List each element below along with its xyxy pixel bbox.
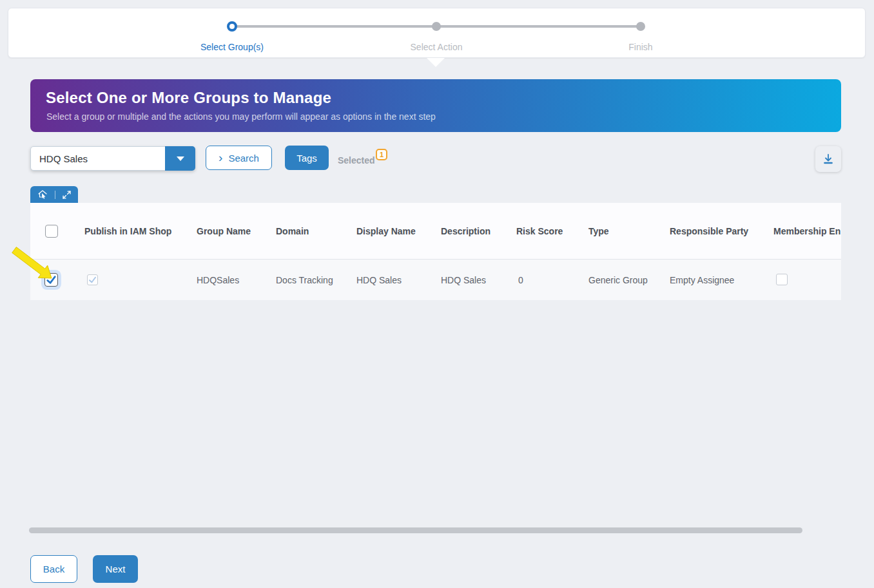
tags-button[interactable]: Tags [285,146,329,170]
column-header-domain: Domain [276,226,309,236]
cell-display-name: HDQ Sales [356,275,402,285]
step-dot-finish[interactable] [636,22,645,31]
step-label-select-action[interactable]: Select Action [340,42,533,52]
table-header-row: Publish in IAM Shop Group Name Domain Di… [30,203,841,260]
cell-group-name: HDQSales [197,275,239,285]
stepper-pointer-notch [427,58,445,67]
row-select-checkbox[interactable] [44,273,58,287]
select-pointer-icon [37,189,48,200]
page: Select Group(s) Select Action Finish Sel… [0,0,874,588]
publish-in-iam-shop-checkbox-disabled [87,274,98,285]
cell-domain: Docs Tracking [276,275,333,285]
column-header-group-name: Group Name [197,226,251,236]
page-title: Select One or More Groups to Manage [46,89,331,107]
group-filter-dropdown[interactable]: HDQ Sales [30,146,195,171]
toolbar-divider [55,191,55,199]
back-button-label: Back [43,564,64,574]
column-header-responsible-party: Responsible Party [670,226,748,236]
chevron-right-icon: › [218,151,222,164]
horizontal-scrollbar[interactable] [29,527,802,533]
column-header-description: Description [441,226,490,236]
column-header-risk-score: Risk Score [516,226,563,236]
cell-type: Generic Group [588,275,648,285]
column-header-membership-enabled: Membership En [773,226,840,236]
select-all-checkbox[interactable] [45,225,58,238]
groups-table: Publish in IAM Shop Group Name Domain Di… [30,203,841,301]
back-button[interactable]: Back [30,555,77,583]
wizard-stepper: Select Group(s) Select Action Finish [8,8,866,58]
cell-risk-score: 0 [518,275,523,285]
next-button-label: Next [106,564,126,574]
membership-enabled-checkbox[interactable] [776,274,788,285]
step-label-select-groups[interactable]: Select Group(s) [135,42,329,52]
column-header-type: Type [588,226,609,236]
expand-grid-button[interactable] [63,191,71,199]
selected-count-badge: 1 [376,149,387,160]
dropdown-toggle-button[interactable] [165,146,195,171]
cell-responsible-party: Empty Assignee [670,275,734,285]
page-header-banner: Select One or More Groups to Manage Sele… [30,79,841,132]
select-rows-button[interactable] [37,189,48,200]
search-button-label: Search [228,153,259,164]
cell-description: HDQ Sales [441,275,486,285]
selected-label: Selected [338,155,375,166]
column-header-publish-in-iam-shop: Publish in IAM Shop [84,226,171,236]
chevron-down-icon [177,156,184,161]
step-label-finish[interactable]: Finish [544,42,737,52]
tags-button-label: Tags [296,153,317,164]
table-row[interactable]: HDQSales Docs Tracking HDQ Sales HDQ Sal… [30,260,841,300]
grid-toolbar [30,186,78,203]
step-dot-select-groups[interactable] [227,21,237,32]
search-button[interactable]: › Search [206,146,272,170]
expand-icon [63,191,71,199]
page-subtitle: Select a group or multiple and the actio… [46,111,436,122]
column-header-display-name: Display Name [356,226,416,236]
download-button[interactable] [815,146,841,172]
group-filter-value: HDQ Sales [39,147,88,171]
next-button[interactable]: Next [93,555,138,583]
download-icon [822,153,835,166]
step-dot-select-action[interactable] [432,22,441,31]
